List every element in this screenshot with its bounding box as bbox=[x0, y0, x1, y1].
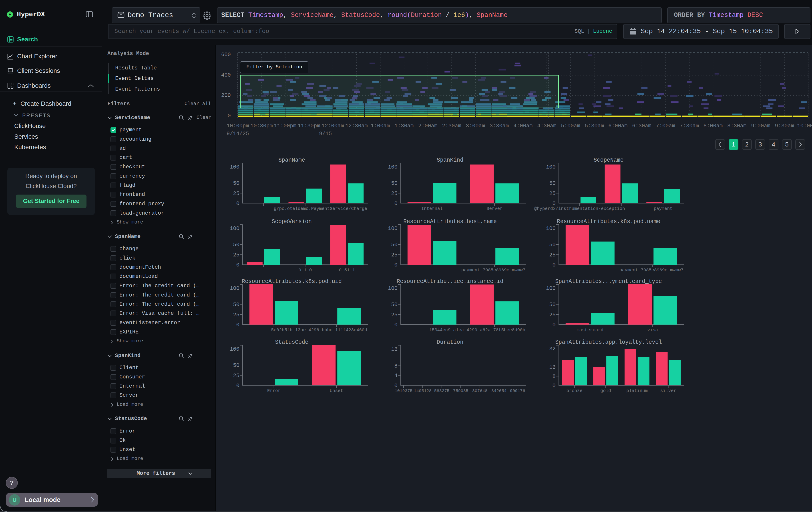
svg-text:583275: 583275 bbox=[434, 388, 450, 393]
svg-text:807648: 807648 bbox=[472, 388, 487, 393]
svg-text:Internal: Internal bbox=[421, 206, 443, 211]
svg-text:gold: gold bbox=[600, 388, 611, 393]
svg-text:payment-7985c8969c-mwmw7: payment-7985c8969c-mwmw7 bbox=[619, 268, 684, 273]
svg-text:@hyperdx/instrumentation-excep: @hyperdx/instrumentation-exception bbox=[534, 206, 625, 211]
svg-text:0: 0 bbox=[553, 322, 556, 328]
svg-text:25: 25 bbox=[233, 312, 239, 318]
svg-text:Unset: Unset bbox=[330, 388, 343, 393]
svg-text:8: 8 bbox=[395, 363, 398, 369]
svg-text:visa: visa bbox=[647, 327, 658, 332]
svg-text:mastercard: mastercard bbox=[577, 327, 604, 332]
svg-text:50: 50 bbox=[391, 302, 398, 308]
svg-text:SpanAttributes...yment.card_ty: SpanAttributes...yment.card_type bbox=[555, 278, 662, 285]
svg-text:25: 25 bbox=[391, 191, 398, 196]
svg-text:25: 25 bbox=[549, 312, 556, 318]
svg-text:25: 25 bbox=[391, 252, 398, 258]
svg-text:Error: Error bbox=[267, 388, 281, 393]
svg-text:32: 32 bbox=[549, 346, 556, 352]
svg-text:25: 25 bbox=[549, 191, 556, 196]
svg-text:100: 100 bbox=[546, 286, 556, 291]
svg-text:100: 100 bbox=[230, 225, 239, 232]
svg-text:50: 50 bbox=[391, 242, 398, 248]
svg-text:silver: silver bbox=[660, 388, 676, 393]
svg-text:4: 4 bbox=[395, 373, 398, 379]
svg-text:100: 100 bbox=[388, 286, 398, 291]
svg-text:100: 100 bbox=[388, 164, 398, 170]
svg-text:50: 50 bbox=[391, 180, 398, 186]
svg-text:0.1.0: 0.1.0 bbox=[298, 268, 312, 273]
svg-text:0: 0 bbox=[236, 262, 239, 268]
svg-text:0: 0 bbox=[553, 383, 556, 389]
svg-text:Duration: Duration bbox=[437, 339, 463, 346]
svg-text:SpanName: SpanName bbox=[279, 157, 305, 163]
svg-text:ResourceAttribu..ice.instance.: ResourceAttribu..ice.instance.id bbox=[397, 278, 503, 285]
svg-text:0: 0 bbox=[236, 383, 239, 389]
svg-text:100: 100 bbox=[230, 164, 239, 170]
svg-text:50: 50 bbox=[233, 362, 239, 369]
svg-text:0: 0 bbox=[553, 262, 556, 268]
svg-text:100: 100 bbox=[230, 286, 239, 291]
svg-text:100: 100 bbox=[388, 225, 398, 232]
svg-text:999176: 999176 bbox=[510, 388, 525, 393]
svg-text:f5344ec9-a1ea-4290-a62a-78f5be: f5344ec9-a1ea-4290-a62a-78f5bee8d90b bbox=[429, 327, 525, 332]
svg-text:25: 25 bbox=[233, 191, 239, 196]
svg-text:StatusCode: StatusCode bbox=[275, 339, 309, 346]
svg-text:50: 50 bbox=[549, 242, 556, 248]
svg-text:ResourceAttributes.k8s.pod.uid: ResourceAttributes.k8s.pod.uid bbox=[242, 278, 342, 285]
svg-text:50: 50 bbox=[233, 302, 239, 308]
svg-text:0: 0 bbox=[236, 322, 239, 328]
svg-text:1405128: 1405128 bbox=[414, 388, 432, 393]
svg-text:25: 25 bbox=[233, 373, 239, 379]
svg-text:100: 100 bbox=[546, 225, 556, 232]
svg-text:25: 25 bbox=[391, 312, 398, 318]
svg-text:0.51.1: 0.51.1 bbox=[339, 268, 355, 273]
svg-text:SpanKind: SpanKind bbox=[437, 157, 463, 163]
svg-text:0: 0 bbox=[395, 383, 398, 389]
svg-text:payment: payment bbox=[654, 206, 672, 211]
svg-text:100: 100 bbox=[546, 164, 556, 170]
svg-text:bronze: bronze bbox=[566, 388, 582, 393]
svg-text:5e02b5fb-13ae-4296-bbbc-111f42: 5e02b5fb-13ae-4296-bbbc-111f423c460d bbox=[271, 327, 367, 332]
svg-text:ResourceAttributes.host.name: ResourceAttributes.host.name bbox=[403, 218, 497, 225]
svg-text:grpc.oteldemo.PaymentService/C: grpc.oteldemo.PaymentService/Charge bbox=[274, 206, 367, 211]
svg-text:8: 8 bbox=[553, 374, 556, 380]
svg-text:0: 0 bbox=[395, 322, 398, 328]
svg-text:payment-7985c8969c-mwmw7: payment-7985c8969c-mwmw7 bbox=[461, 268, 525, 273]
svg-text:0: 0 bbox=[553, 200, 556, 207]
svg-text:ScopeVersion: ScopeVersion bbox=[272, 218, 312, 225]
svg-text:842654: 842654 bbox=[491, 388, 506, 393]
svg-text:50: 50 bbox=[549, 302, 556, 308]
svg-text:16: 16 bbox=[391, 346, 398, 352]
svg-text:0: 0 bbox=[236, 200, 239, 207]
svg-text:0: 0 bbox=[395, 200, 398, 207]
svg-text:25: 25 bbox=[549, 252, 556, 258]
svg-text:1019375: 1019375 bbox=[395, 388, 412, 393]
svg-text:25: 25 bbox=[233, 252, 239, 258]
svg-text:50: 50 bbox=[233, 180, 239, 186]
svg-text:50: 50 bbox=[233, 242, 239, 248]
svg-text:759085: 759085 bbox=[453, 388, 468, 393]
svg-text:Server: Server bbox=[487, 206, 502, 211]
svg-text:ScopeName: ScopeName bbox=[593, 157, 624, 163]
svg-text:50: 50 bbox=[549, 180, 556, 186]
svg-text:0: 0 bbox=[395, 262, 398, 268]
svg-text:16: 16 bbox=[549, 365, 556, 371]
svg-text:ResourceAttributes.k8s.pod.nam: ResourceAttributes.k8s.pod.name bbox=[557, 218, 660, 225]
svg-text:100: 100 bbox=[230, 346, 239, 352]
svg-text:platinum: platinum bbox=[626, 388, 648, 393]
svg-text:SpanAttributes.app.loyalty.lev: SpanAttributes.app.loyalty.level bbox=[555, 339, 662, 346]
